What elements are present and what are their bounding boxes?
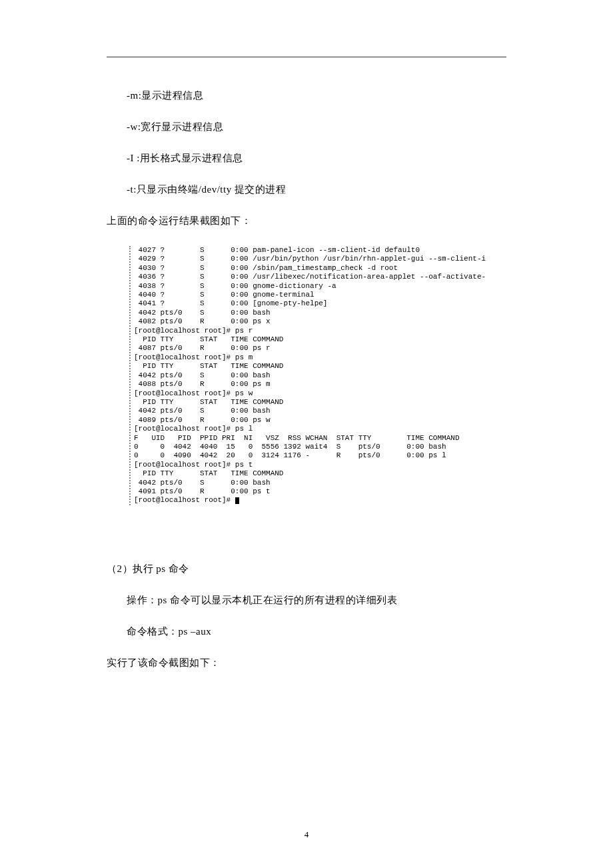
page-content: -m:显示进程信息 -w:宽行显示进程信息 -I :用长格式显示进程信息 -t:…: [0, 0, 613, 669]
bullet-l: -I :用长格式显示进程信息: [127, 152, 506, 165]
bullet-m: -m:显示进程信息: [127, 89, 506, 102]
horizontal-rule: [107, 57, 506, 57]
terminal-output: 4027 ? S 0:00 pam-panel-icon --sm-client…: [129, 246, 506, 505]
section-2-format: 命令格式：ps –aux: [127, 625, 506, 638]
bullet-w: -w:宽行显示进程信息: [127, 121, 506, 133]
caption-above-terminal: 上面的命令运行结果截图如下：: [107, 215, 506, 227]
section-2-title: （2）执行 ps 命令: [107, 563, 506, 575]
section-2-operation: 操作：ps 命令可以显示本机正在运行的所有进程的详细列表: [127, 594, 506, 607]
cursor-icon: [235, 497, 239, 504]
page-number: 4: [0, 829, 613, 840]
section-2-caption: 实行了该命令截图如下：: [107, 657, 506, 669]
bullet-t: -t:只显示由终端/dev/tty 提交的进程: [127, 183, 506, 196]
